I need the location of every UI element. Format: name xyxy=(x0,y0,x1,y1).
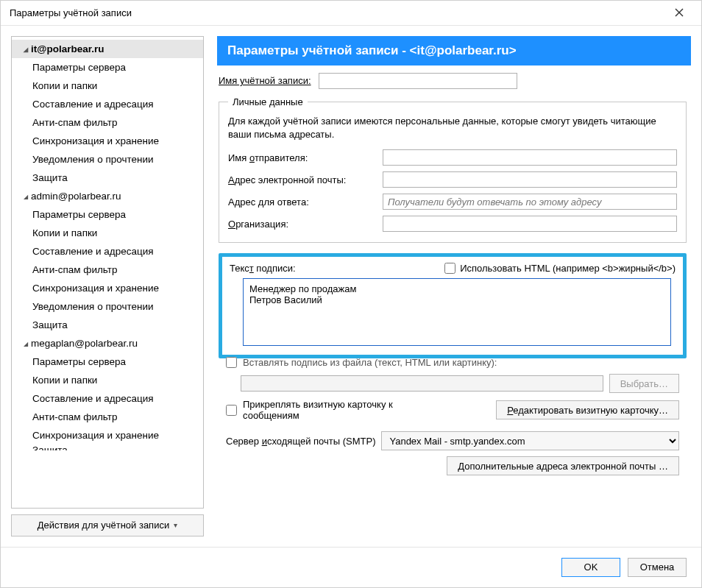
smtp-label: Сервер исходящей почты (SMTP) xyxy=(226,436,375,447)
tree-item[interactable]: Параметры сервера xyxy=(12,353,203,371)
email-label: Адрес электронной почты: xyxy=(228,174,375,185)
dialog-footer: OK Отмена xyxy=(1,547,701,587)
ok-button[interactable]: OK xyxy=(561,558,620,577)
dialog-window: Параметры учётной записи it@polarbear.ru… xyxy=(0,0,702,588)
cancel-button[interactable]: Отмена xyxy=(628,558,687,577)
file-signature-row: Вставлять подпись из файла (текст, HTML … xyxy=(226,357,679,368)
tree-item[interactable]: Защита xyxy=(12,444,203,450)
tree-item[interactable]: Копии и папки xyxy=(12,77,203,95)
sender-label: Имя отправителя: xyxy=(228,152,375,163)
tree-item[interactable]: Составление и адресация xyxy=(12,242,203,261)
org-label: Организация: xyxy=(228,219,375,230)
signature-top-row: Текст подписи: Использовать HTML (наприм… xyxy=(230,263,676,274)
tree-item[interactable]: Уведомления о прочтении xyxy=(12,150,203,169)
vcard-label: Прикреплять визитную карточку к сообщени… xyxy=(243,399,449,421)
file-path-input xyxy=(241,375,603,392)
tree-item[interactable]: Синхронизация и хранение xyxy=(12,426,203,444)
form: Имя учётной записи: Личные данные Для ка… xyxy=(214,65,691,536)
account-name-input[interactable] xyxy=(319,73,517,89)
smtp-row: Сервер исходящей почты (SMTP) Yandex Mai… xyxy=(226,431,679,450)
file-signature-label: Вставлять подпись из файла (текст, HTML … xyxy=(243,357,497,368)
smtp-select[interactable]: Yandex Mail - smtp.yandex.com xyxy=(381,431,679,450)
tree-item[interactable]: Копии и папки xyxy=(12,224,203,242)
tree-item[interactable]: Параметры сервера xyxy=(12,58,203,77)
account-node[interactable]: megaplan@polarbear.ru xyxy=(12,334,203,353)
tree-item[interactable]: Составление и адресация xyxy=(12,95,203,113)
tree-item[interactable]: Составление и адресация xyxy=(12,389,203,408)
account-actions-label: Действия для учётной записи xyxy=(38,520,169,531)
tree-item[interactable]: Уведомления о прочтении xyxy=(12,297,203,316)
accounts-tree: it@polarbear.ruПараметры сервераКопии и … xyxy=(11,36,204,509)
account-node[interactable]: it@polarbear.ru xyxy=(12,40,203,58)
tree-item[interactable]: Копии и папки xyxy=(12,371,203,389)
use-html-label: Использовать HTML (например <b>жирный</b… xyxy=(460,263,676,274)
account-name-label: Имя учётной записи: xyxy=(219,75,311,86)
personal-data-fieldset: Личные данные Для каждой учётной записи … xyxy=(219,96,687,244)
tree-item[interactable]: Параметры сервера xyxy=(12,205,203,224)
tree-item[interactable]: Защита xyxy=(12,169,203,187)
account-node[interactable]: admin@polarbear.ru xyxy=(12,187,203,205)
org-input[interactable] xyxy=(383,216,677,232)
additional-addresses-button[interactable]: Дополнительные адреса электронной почты … xyxy=(447,456,679,475)
vcard-edit-button[interactable]: Редактировать визитную карточку… xyxy=(496,400,679,419)
fieldset-description: Для каждой учётной записи имеются персон… xyxy=(228,115,677,143)
signature-label: Текст подписи: xyxy=(230,263,296,274)
signature-highlight-box: Текст подписи: Использовать HTML (наприм… xyxy=(219,253,687,358)
accounts-tree-list[interactable]: it@polarbear.ruПараметры сервераКопии и … xyxy=(12,37,203,508)
tree-item[interactable]: Синхронизация и хранение xyxy=(12,279,203,297)
email-input[interactable] xyxy=(383,171,677,188)
fieldset-legend: Личные данные xyxy=(228,96,308,107)
tree-item[interactable]: Анти-спам фильтр xyxy=(12,408,203,426)
close-button[interactable] xyxy=(666,2,692,23)
use-html-checkbox[interactable] xyxy=(444,263,455,274)
vcard-checkbox[interactable] xyxy=(226,405,237,416)
vcard-row: Прикреплять визитную карточку к сообщени… xyxy=(226,399,679,421)
browse-button: Выбрать… xyxy=(609,374,679,393)
file-signature-checkbox[interactable] xyxy=(226,357,237,368)
account-name-row: Имя учётной записи: xyxy=(219,73,687,89)
after-signature-area: Вставлять подпись из файла (текст, HTML … xyxy=(219,357,687,475)
tree-item[interactable]: Защита xyxy=(12,316,203,334)
reply-input[interactable] xyxy=(383,194,677,210)
tree-item[interactable]: Синхронизация и хранение xyxy=(12,132,203,150)
close-icon xyxy=(675,8,684,17)
file-path-row: Выбрать… xyxy=(241,374,679,393)
use-html-checkbox-row[interactable]: Использовать HTML (например <b>жирный</b… xyxy=(444,263,676,274)
titlebar: Параметры учётной записи xyxy=(1,1,701,26)
pane-header: Параметры учётной записи - <it@polarbear… xyxy=(217,36,691,65)
tree-item[interactable]: Анти-спам фильтр xyxy=(12,113,203,132)
personal-data-grid: Имя отправителя: Адрес электронной почты… xyxy=(228,149,677,232)
main-pane: Параметры учётной записи - <it@polarbear… xyxy=(214,36,691,536)
sidebar: it@polarbear.ruПараметры сервераКопии и … xyxy=(11,36,204,536)
tree-item[interactable]: Анти-спам фильтр xyxy=(12,261,203,279)
sender-input[interactable] xyxy=(383,149,677,166)
dialog-body: it@polarbear.ruПараметры сервераКопии и … xyxy=(1,26,701,547)
account-actions-button[interactable]: Действия для учётной записи xyxy=(11,514,204,536)
signature-textarea[interactable] xyxy=(243,278,671,346)
window-title: Параметры учётной записи xyxy=(10,7,132,18)
reply-label: Адрес для ответа: xyxy=(228,196,375,208)
